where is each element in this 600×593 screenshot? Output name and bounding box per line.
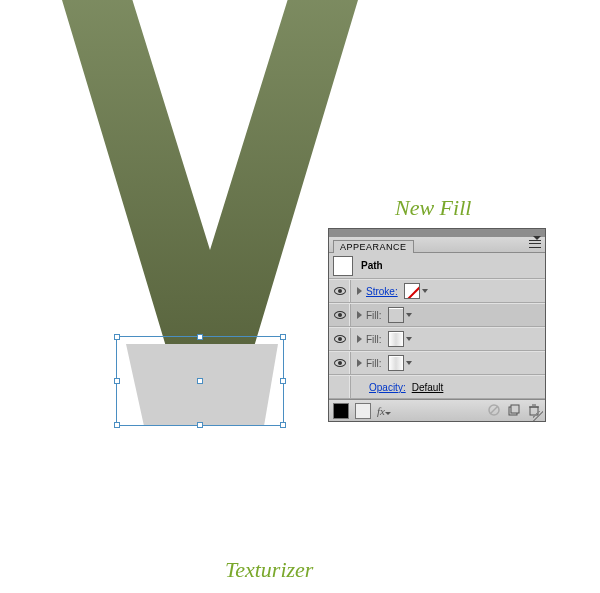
fill-swatch[interactable] [388,355,412,371]
svg-rect-3 [511,405,519,413]
annotation-new-fill: New Fill [395,195,471,221]
panel-menu-icon[interactable] [529,239,541,249]
eye-icon [334,359,346,367]
opacity-value[interactable]: Default [412,382,444,393]
fill-row-3[interactable]: Fill: [329,351,545,375]
fill-row-2[interactable]: Fill: [329,327,545,351]
tab-appearance[interactable]: APPEARANCE [333,240,414,253]
add-effect-button[interactable]: fx [377,405,389,417]
eye-icon [334,287,346,295]
appearance-target-row[interactable]: Path [329,253,545,279]
fill-label: Fill: [366,358,382,369]
fill-swatch[interactable] [388,307,412,323]
target-label: Path [361,260,383,271]
disclosure-triangle-icon[interactable] [357,311,362,319]
stroke-row[interactable]: Stroke: [329,279,545,303]
fill-label: Fill: [366,310,382,321]
eye-icon [334,311,346,319]
visibility-toggle[interactable] [329,304,351,326]
fill-row-1[interactable]: Fill: [329,303,545,327]
panel-body: Path Stroke: Fill: [329,253,545,399]
visibility-toggle[interactable] [329,328,351,350]
annotation-texturizer: Texturizer [225,557,313,583]
disclosure-triangle-icon[interactable] [357,359,362,367]
visibility-spacer [329,376,351,398]
new-stroke-button[interactable] [355,403,371,419]
gradient-swatch-icon [388,331,404,347]
collapse-icon[interactable] [533,231,541,235]
dropdown-caret-icon [406,361,412,365]
duplicate-item-button[interactable] [507,403,521,419]
clear-appearance-button[interactable] [487,403,501,419]
panel-footer: fx [329,399,545,421]
resize-grip-icon[interactable] [533,411,543,421]
none-swatch-icon [404,283,420,299]
gradient-swatch-icon [388,355,404,371]
new-fill-solid-button[interactable] [333,403,349,419]
visibility-toggle[interactable] [329,280,351,302]
appearance-panel[interactable]: APPEARANCE Path Stroke: [328,228,546,422]
art-canvas[interactable]: New Fill Texturizer APPEARANCE Path Stro… [0,0,600,593]
disclosure-triangle-icon[interactable] [357,287,362,295]
disclosure-triangle-icon[interactable] [357,335,362,343]
dropdown-caret-icon [406,313,412,317]
panel-tab-strip: APPEARANCE [329,237,545,253]
color-swatch-icon [388,307,404,323]
visibility-toggle[interactable] [329,352,351,374]
target-thumbnail [333,256,353,276]
stroke-label[interactable]: Stroke: [366,286,398,297]
panel-drag-bar[interactable] [329,229,545,237]
dropdown-caret-icon [406,337,412,341]
dropdown-caret-icon [422,289,428,293]
opacity-row[interactable]: Opacity: Default [329,375,545,399]
opacity-label[interactable]: Opacity: [369,382,406,393]
svg-line-1 [490,406,498,414]
fill-swatch[interactable] [388,331,412,347]
trapezoid-path[interactable] [116,340,288,430]
fill-label: Fill: [366,334,382,345]
stroke-swatch[interactable] [404,283,428,299]
eye-icon [334,335,346,343]
